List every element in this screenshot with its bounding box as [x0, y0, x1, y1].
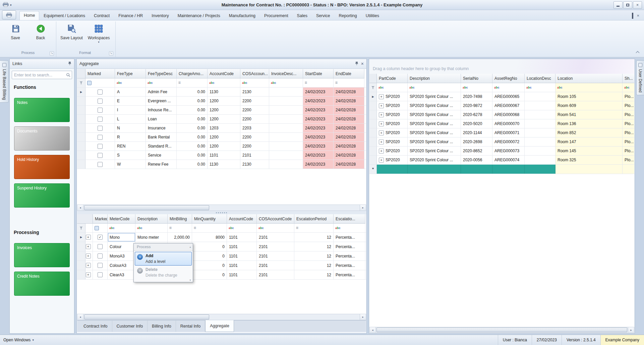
- cell-serialno[interactable]: 2020-9872: [461, 101, 492, 110]
- expand-icon[interactable]: +: [379, 121, 384, 126]
- filter-cell-marked[interactable]: [85, 78, 115, 87]
- ribbon-tab-reporting[interactable]: Reporting: [335, 11, 361, 20]
- scrollbar-track[interactable]: [83, 205, 360, 211]
- cell-enddate[interactable]: 24/02/2028: [334, 106, 364, 114]
- link-button-notes[interactable]: Notes: [14, 98, 70, 122]
- checkbox-unchecked-icon[interactable]: [98, 144, 103, 149]
- cell-startdate[interactable]: 24/02/2023: [303, 133, 334, 141]
- scroll-right-icon[interactable]: ▸: [360, 314, 366, 320]
- cell-accountcode[interactable]: 1130: [208, 88, 240, 96]
- cell-cosaccountcode[interactable]: 2101: [257, 251, 294, 261]
- cell-marked[interactable]: [85, 142, 115, 151]
- cell-description[interactable]: SP2020 Sprint Colour ...: [408, 101, 461, 110]
- cell-minquantity[interactable]: 0: [192, 270, 227, 279]
- link-button-suspend-history[interactable]: Suspend History: [14, 183, 70, 208]
- cell-chargeamo[interactable]: 0.00: [177, 124, 208, 132]
- cell-location[interactable]: Room 609: [555, 101, 623, 110]
- cell-enddate[interactable]: 24/02/2028: [334, 115, 364, 123]
- cell-marked[interactable]: [93, 261, 108, 270]
- cell-location[interactable]: Room 147: [555, 137, 623, 146]
- open-windows-button[interactable]: Open Windows ▾: [0, 335, 37, 345]
- column-header-minbilling[interactable]: MinBilling: [168, 214, 192, 224]
- pin-icon[interactable]: [355, 61, 358, 66]
- column-header-location[interactable]: Location: [555, 74, 623, 83]
- cell-enddate[interactable]: 24/02/2028: [334, 151, 364, 160]
- application-button[interactable]: [2, 10, 16, 19]
- cell-escalatio[interactable]: Percenta...: [334, 251, 365, 261]
- cell-assetregno[interactable]: AREG000065: [492, 92, 525, 101]
- column-header-locationdesc[interactable]: LocationDesc: [525, 74, 555, 83]
- scroll-right-icon[interactable]: ▸: [628, 327, 634, 333]
- cell-marked[interactable]: [85, 97, 115, 105]
- cell-feetypedesc[interactable]: Service: [146, 151, 177, 160]
- filter-cell-escalatio[interactable]: abc: [334, 224, 365, 232]
- workspaces-button[interactable]: Workspaces ▾: [86, 22, 112, 44]
- cell-marked[interactable]: [85, 151, 115, 160]
- cell-partcode[interactable]: +SP2020: [377, 110, 408, 119]
- column-header-accountcode[interactable]: AccountCode: [208, 69, 240, 78]
- cell-assetregno[interactable]: AREG000074: [492, 156, 525, 164]
- filter-cell-cosaccoun[interactable]: abc: [240, 78, 269, 87]
- checkbox-checked-icon[interactable]: ✓: [98, 235, 103, 240]
- filter-cell-location[interactable]: abc: [555, 83, 623, 92]
- filter-cell-locationdesc[interactable]: abc: [525, 83, 555, 92]
- cell-sh[interactable]: Plo...: [623, 101, 634, 110]
- filter-cell-feetypedesc[interactable]: abc: [146, 78, 177, 87]
- cell-assetregno[interactable]: AREG000071: [492, 128, 525, 137]
- cell-feetype[interactable]: N: [115, 124, 146, 132]
- column-header-cosaccoun[interactable]: COSAccoun...: [240, 69, 269, 78]
- expand-icon[interactable]: +: [86, 253, 91, 258]
- cell-minquantity[interactable]: 8000: [192, 233, 227, 242]
- save-button[interactable]: Save: [3, 22, 27, 41]
- cell-accountcode[interactable]: 1101: [227, 270, 257, 279]
- column-header-feetypedesc[interactable]: FeeTypeDesc: [146, 69, 177, 78]
- cell-chargeamo[interactable]: 0.00: [177, 133, 208, 141]
- cell-assetregno[interactable]: AREG000073: [492, 147, 525, 155]
- cell-startdate[interactable]: 24/02/2023: [303, 124, 334, 132]
- cell-locationdesc[interactable]: [525, 119, 555, 128]
- cell-invoicedesc[interactable]: [269, 97, 303, 105]
- cell-feetypedesc[interactable]: Loan: [146, 115, 177, 123]
- cell-accountcode[interactable]: 1101: [227, 233, 257, 242]
- cell-marked[interactable]: [85, 106, 115, 114]
- cell-invoicedesc[interactable]: [269, 115, 303, 123]
- tab-billing-info[interactable]: Billing Info: [148, 321, 176, 332]
- cell-accountcode[interactable]: 1101: [227, 261, 257, 270]
- cell-invoicedesc[interactable]: [269, 124, 303, 132]
- cell-escalatio[interactable]: Percenta...: [334, 261, 365, 270]
- cell-chargeamo[interactable]: 0.00: [177, 88, 208, 96]
- cell-serialno[interactable]: 2020-6278: [461, 110, 492, 119]
- cell-serialno[interactable]: 2020-2698: [461, 137, 492, 146]
- new-row-cell[interactable]: [525, 165, 555, 174]
- cell-chargeamo[interactable]: 0.00: [177, 160, 208, 169]
- checkbox-unchecked-icon[interactable]: [98, 153, 103, 158]
- cell-marked[interactable]: [85, 160, 115, 169]
- cell-description[interactable]: SP2020 Sprint Colour ...: [408, 128, 461, 137]
- column-header-accountcode[interactable]: AccountCode: [227, 214, 257, 224]
- ribbon-tab-inventory[interactable]: Inventory: [147, 11, 173, 20]
- column-header-escalationperiod[interactable]: EscalationPeriod: [294, 214, 334, 224]
- ribbon-tab-contract[interactable]: Contract: [90, 11, 114, 20]
- cell-enddate[interactable]: 24/02/2028: [334, 88, 364, 96]
- cell-serialno[interactable]: 2020-7498: [461, 92, 492, 101]
- cell-sh[interactable]: Plo...: [623, 147, 634, 155]
- cell-sh[interactable]: Plo...: [623, 137, 634, 146]
- cell-partcode[interactable]: +SP2020: [377, 128, 408, 137]
- collapse-ribbon-icon[interactable]: [635, 50, 640, 54]
- cell-invoicedesc[interactable]: [269, 106, 303, 114]
- cell-locationdesc[interactable]: [525, 128, 555, 137]
- new-row-cell[interactable]: [623, 165, 634, 174]
- cell-accountcode[interactable]: 1130: [208, 160, 240, 169]
- cell-location[interactable]: Room 136: [555, 119, 623, 128]
- cell-partcode[interactable]: +SP2020: [377, 101, 408, 110]
- filter-cell-metercode[interactable]: abc: [108, 224, 135, 232]
- cell-minquantity[interactable]: 0: [192, 251, 227, 261]
- expand-icon[interactable]: +: [379, 139, 384, 145]
- expand-cell[interactable]: +: [85, 270, 93, 279]
- cell-marked[interactable]: [93, 251, 108, 261]
- cell-cosaccoun[interactable]: 2200: [240, 133, 269, 141]
- cell-locationdesc[interactable]: [525, 137, 555, 146]
- mdi-close-button[interactable]: ×: [637, 13, 639, 18]
- cell-feetype[interactable]: S: [115, 151, 146, 160]
- cell-feetypedesc[interactable]: Inhouse Re...: [146, 106, 177, 114]
